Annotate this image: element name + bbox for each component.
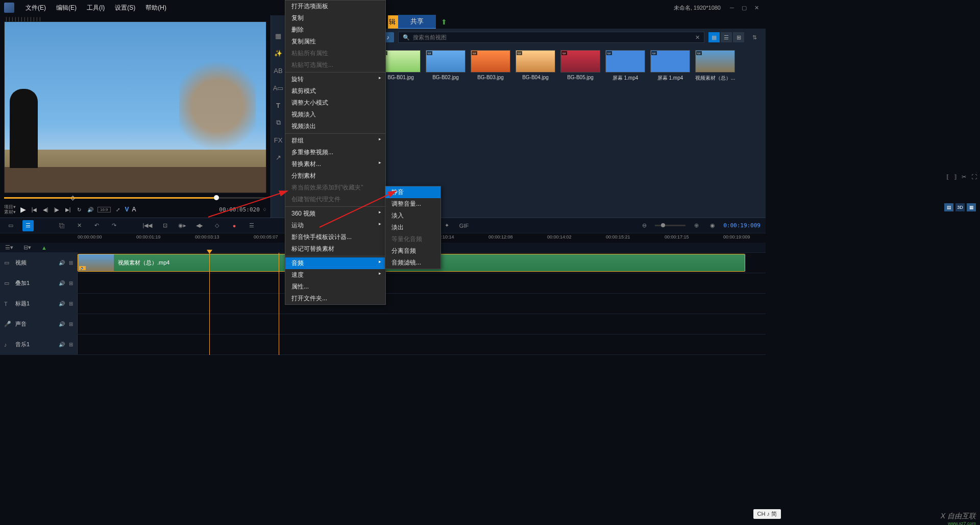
track-mute-icon[interactable]: 🔊	[59, 301, 65, 306]
submenu-item[interactable]: 音频滤镜...	[385, 257, 440, 269]
step-back-button[interactable]: ◀|	[41, 205, 50, 213]
tools-icon[interactable]: ✕	[74, 220, 85, 231]
library-thumb[interactable]: ▭视频素材（总）...	[694, 50, 736, 82]
copy-icon[interactable]: ⿻	[56, 220, 67, 231]
panel-grip[interactable]: ┃┃┃┃┃┃┃┃┃┃┃┃	[4, 17, 266, 21]
goto-start-icon[interactable]: |◀◀	[142, 220, 153, 231]
menu-tools[interactable]: 工具(I)	[82, 4, 110, 12]
ctx-item[interactable]: 速度	[285, 269, 385, 281]
sort-icon[interactable]: ⇅	[748, 32, 761, 42]
minimize-button[interactable]: ─	[727, 3, 737, 13]
marker-icon[interactable]: ◀▸	[194, 220, 205, 231]
ctx-item[interactable]: 旋转	[285, 74, 385, 85]
tool-title-icon[interactable]: T	[273, 100, 283, 110]
loop-button[interactable]: ↻	[75, 205, 83, 213]
library-thumb[interactable]: ▭屏幕 1.mp4	[649, 50, 691, 82]
track-lock-icon[interactable]: ⊞	[69, 260, 73, 266]
tool-filter-icon[interactable]: FX	[273, 135, 283, 145]
ctx-item[interactable]: 删除	[285, 24, 385, 36]
undo-icon[interactable]: ↶	[91, 220, 102, 231]
track-lock-icon[interactable]: ⊞	[69, 280, 73, 286]
zoom-in-icon[interactable]: ⊕	[691, 220, 702, 231]
menu-help[interactable]: 帮助(H)	[140, 4, 172, 12]
upload-icon[interactable]: ⬆	[441, 18, 447, 26]
track-body[interactable]	[78, 314, 766, 334]
mode-project[interactable]: 项目▾	[4, 204, 16, 209]
play-button[interactable]: ▶	[19, 205, 27, 213]
menu-file[interactable]: 文件(E)	[20, 4, 51, 12]
ctx-item[interactable]: 替换素材...	[285, 158, 385, 170]
track-mute-icon[interactable]: 🔊	[59, 321, 65, 327]
menu-settings[interactable]: 设置(S)	[110, 4, 140, 12]
ctx-item[interactable]: 属性...	[285, 281, 385, 293]
track-lock-icon[interactable]: ⊞	[69, 301, 73, 306]
track-collapse-icon[interactable]: ▲	[41, 245, 47, 251]
track-menu-icon[interactable]: ☰▾	[5, 244, 13, 251]
ripple-icon[interactable]: ◉▸	[177, 220, 188, 231]
ctx-item[interactable]: 影音快手模板设计器...	[285, 231, 385, 243]
ctx-item[interactable]: 多重修整视频...	[285, 147, 385, 158]
ctx-item[interactable]: 复制	[285, 12, 385, 24]
view-grid-icon[interactable]: ⊞	[733, 32, 744, 42]
ctx-item[interactable]: 群组	[285, 135, 385, 147]
close-button[interactable]: ✕	[751, 3, 762, 13]
track-body[interactable]	[78, 273, 766, 293]
tool-transition-icon[interactable]: ⧉	[273, 117, 283, 128]
mode-clip[interactable]: 素材▾	[4, 209, 16, 214]
fit-icon[interactable]: ◉	[707, 220, 718, 231]
track-mute-icon[interactable]: 🔊	[59, 260, 65, 266]
redo-icon[interactable]: ↷	[108, 220, 119, 231]
ctx-item[interactable]: 音频	[285, 257, 385, 269]
ctx-item[interactable]: 调整大小模式	[285, 97, 385, 109]
library-thumb[interactable]: ▭BG-B01.jpg	[380, 50, 422, 82]
ctx-item[interactable]: 视频淡入	[285, 109, 385, 121]
library-thumb[interactable]: ▭BG-B02.jpg	[425, 50, 467, 82]
tool-fx-icon[interactable]: ✨	[273, 48, 283, 58]
storyboard-mode-icon[interactable]: ▭	[5, 220, 16, 231]
ctx-item[interactable]: 标记可替换素材	[285, 243, 385, 255]
track-mute-icon[interactable]: 🔊	[59, 342, 65, 347]
menu-edit[interactable]: 编辑(E)	[51, 4, 82, 12]
timeline-mode-icon[interactable]: ☰	[22, 220, 34, 231]
ctx-item[interactable]: 视频淡出	[285, 121, 385, 132]
clear-search-icon[interactable]: ✕	[695, 34, 700, 41]
tool-ab-icon[interactable]: AB	[273, 65, 283, 76]
view-list-icon[interactable]: ☰	[721, 32, 732, 42]
tool-text-icon[interactable]: A▭	[273, 83, 283, 93]
playhead[interactable]	[209, 253, 210, 355]
record-icon[interactable]: ●	[229, 220, 240, 231]
gif-icon[interactable]: GIF	[458, 220, 470, 231]
zoom-out-icon[interactable]: ⊖	[639, 220, 650, 231]
next-frame-button[interactable]: ▶|	[64, 205, 72, 213]
library-thumb[interactable]: ▭屏幕 1.mp4	[604, 50, 646, 82]
view-large-icon[interactable]: ▦	[708, 32, 720, 42]
ctx-item[interactable]: 分割素材	[285, 170, 385, 182]
ctx-item[interactable]: 打开文件夹...	[285, 293, 385, 304]
track-body[interactable]	[78, 335, 766, 354]
ctx-item[interactable]: 裁剪模式	[285, 85, 385, 97]
snap-icon[interactable]: ⊡	[159, 220, 170, 231]
tab-share[interactable]: 共享	[398, 15, 436, 29]
track-lock-icon[interactable]: ⊞	[69, 342, 73, 347]
tab-edit[interactable]: 辑	[388, 15, 398, 29]
preview-screen[interactable]	[4, 21, 266, 193]
library-thumb[interactable]: ▭BG-B04.jpg	[514, 50, 556, 82]
track-lock-icon[interactable]: ⊞	[69, 321, 73, 327]
zoom-slider[interactable]	[655, 225, 685, 226]
track-mute-icon[interactable]: 🔊	[59, 280, 65, 286]
tool-layers-icon[interactable]: ▦	[273, 31, 283, 41]
prev-frame-button[interactable]: |◀	[30, 205, 38, 213]
track-icon[interactable]: ◇	[211, 220, 223, 231]
library-thumb[interactable]: ▭BG-B03.jpg	[470, 50, 511, 82]
track-body[interactable]	[78, 294, 766, 314]
ctx-item[interactable]: 复制属性	[285, 36, 385, 47]
mixer-icon[interactable]: ☰	[246, 220, 257, 231]
volume-button[interactable]: 🔊	[86, 205, 94, 213]
tool-path-icon[interactable]: ↗	[273, 152, 283, 162]
ctx-item[interactable]: 打开选项面板	[285, 1, 385, 12]
search-input[interactable]	[413, 34, 692, 40]
search-box[interactable]: 🔍 ✕	[398, 32, 704, 43]
fx3-icon[interactable]: ✦	[441, 220, 452, 231]
maximize-button[interactable]: ▢	[739, 3, 749, 13]
library-thumb[interactable]: ▭BG-B05.jpg	[559, 50, 601, 82]
